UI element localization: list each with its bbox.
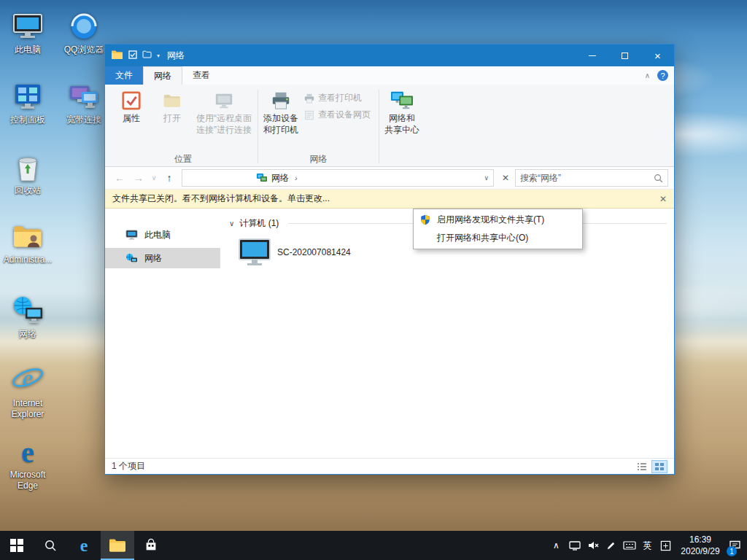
computer-item-label: SC-202007081424	[277, 247, 351, 257]
taskbar-search-button[interactable]	[34, 531, 67, 560]
action-center-button[interactable]: 1	[726, 531, 744, 560]
search-input[interactable]	[516, 173, 654, 183]
close-button[interactable]: ×	[641, 44, 674, 66]
maximize-button[interactable]	[608, 44, 641, 66]
qat-dropdown-icon[interactable]: ▾	[157, 52, 160, 59]
menu-item-enable-discovery[interactable]: 启用网络发现和文件共享(T)	[415, 211, 581, 229]
notification-close-icon[interactable]: ✕	[659, 194, 667, 204]
up-button[interactable]: ↑	[160, 172, 178, 184]
search-box	[515, 169, 668, 187]
large-icons-view-button[interactable]	[651, 460, 667, 473]
explorer-window: ▾ 网络 × 文件 网络 查看 ∧ ? 属性	[104, 44, 675, 475]
main-area: 此电脑 网络 ∨ 计算机 (1) SC-202007081424	[105, 209, 674, 458]
open-icon	[162, 90, 182, 111]
view-printers-button[interactable]: 查看打印机	[301, 90, 368, 106]
internet-explorer-icon: e	[0, 361, 55, 396]
ribbon-group-sharing-center: 网络和 共享中心	[382, 86, 422, 166]
recycle-bin-icon	[0, 148, 55, 183]
tab-network[interactable]: 网络	[143, 66, 182, 85]
recent-locations-dropdown-icon[interactable]: ∨	[149, 174, 159, 182]
desktop-icon-control-panel[interactable]: 控制面板	[0, 77, 55, 125]
collapse-ribbon-icon[interactable]: ∧	[645, 71, 650, 79]
network-icon	[0, 292, 55, 327]
desktop-icon-label: 网络	[0, 329, 55, 340]
network-sharing-center-button[interactable]: 网络和 共享中心	[382, 88, 422, 138]
collapse-group-icon[interactable]: ∨	[229, 219, 234, 228]
stop-button[interactable]: ✕	[498, 173, 514, 183]
window-title: 网络	[167, 50, 185, 62]
desktop-icon-label: Administra...	[0, 254, 55, 265]
taskbar: e ∧ 英	[0, 531, 747, 560]
desktop-icon-recycle-bin[interactable]: 回收站	[0, 148, 55, 196]
svg-text:e: e	[23, 365, 33, 391]
broadband-icon	[56, 77, 112, 112]
tab-view[interactable]: 查看	[182, 66, 220, 85]
taskbar-store-button[interactable]	[134, 531, 168, 560]
qat-properties-icon[interactable]	[128, 50, 137, 61]
menu-item-open-sharing-center[interactable]: 打开网络和共享中心(O)	[415, 229, 581, 247]
tray-ime-toolbar-icon[interactable]	[657, 531, 675, 560]
help-icon[interactable]: ?	[657, 70, 668, 81]
computer-item[interactable]: SC-202007081424	[235, 236, 417, 269]
this-pc-small-icon	[125, 230, 138, 241]
ribbon-group-network: 添加设备 和打印机 查看打印机 查看设备网页	[260, 86, 376, 166]
notification-bar[interactable]: 文件共享已关闭。看不到网络计算机和设备。单击更改... ✕	[105, 190, 674, 209]
uac-shield-icon	[419, 214, 432, 225]
administrator-folder-icon	[0, 217, 55, 252]
qat-new-folder-icon[interactable]	[142, 50, 152, 61]
printer-icon	[271, 90, 291, 111]
breadcrumb-chevron-icon[interactable]: ›	[295, 174, 298, 182]
ribbon-tabs: 文件 网络 查看 ∧ ?	[105, 66, 674, 85]
tray-clock[interactable]: 16:39 2020/9/29	[675, 534, 726, 557]
desktop-icon-qq-browser[interactable]: QQ浏览器	[56, 7, 112, 55]
desktop-icon-label: Internet Explorer	[0, 398, 55, 420]
ribbon-group-label-network: 网络	[260, 152, 376, 166]
address-dropdown-icon[interactable]: ∨	[484, 174, 489, 182]
desktop-icon-microsoft-edge[interactable]: e Microsoft Edge	[0, 432, 55, 491]
view-device-webpage-button[interactable]: 查看设备网页	[301, 106, 376, 123]
desktop-icon-administrator-folder[interactable]: Administra...	[0, 217, 55, 265]
desktop-icon-label: 回收站	[0, 185, 55, 196]
desktop-icon-broadband[interactable]: 宽带连接	[56, 77, 112, 125]
taskbar-edge-button[interactable]: e	[67, 531, 101, 560]
address-toolbar: ← → ∨ ↑ 网络 › ∨ ✕	[105, 167, 674, 190]
explorer-window-icon	[111, 50, 123, 62]
breadcrumb-network[interactable]: 网络	[271, 172, 289, 184]
add-devices-printers-button[interactable]: 添加设备 和打印机	[260, 88, 301, 138]
notification-badge: 1	[727, 546, 737, 556]
details-view-button[interactable]	[634, 460, 650, 473]
tray-volume-muted-icon[interactable]	[584, 531, 602, 560]
back-button[interactable]: ←	[111, 172, 128, 184]
desktop-icon-label: Microsoft Edge	[0, 470, 55, 491]
nav-item-this-pc[interactable]: 此电脑	[105, 225, 220, 245]
tray-date: 2020/9/29	[675, 545, 726, 557]
titlebar[interactable]: ▾ 网络 ×	[105, 44, 674, 66]
view-device-webpage-icon	[304, 110, 314, 120]
group-header-label: 计算机 (1)	[239, 217, 279, 230]
tray-network-icon[interactable]	[565, 531, 584, 560]
computer-item-icon	[238, 238, 271, 267]
desktop-icon-this-pc[interactable]: 此电脑	[0, 7, 55, 55]
properties-icon	[121, 90, 142, 111]
tray-touch-keyboard-icon[interactable]	[620, 531, 638, 560]
forward-button[interactable]: →	[130, 172, 147, 184]
remote-desktop-button[interactable]: 使用“远程桌面 连接”进行连接	[193, 88, 255, 138]
tray-ime-language-indicator[interactable]: 英	[638, 531, 657, 560]
ribbon: 属性 打开 使用“远程桌面 连接”进行连接 位置	[105, 85, 674, 167]
desktop-icon-internet-explorer[interactable]: e Internet Explorer	[0, 361, 55, 420]
tray-pen-icon[interactable]	[602, 531, 620, 560]
open-button[interactable]: 打开	[152, 88, 193, 127]
minimize-button[interactable]	[576, 44, 608, 66]
tab-file[interactable]: 文件	[105, 66, 143, 85]
nav-item-network[interactable]: 网络	[105, 248, 220, 268]
qq-browser-icon	[56, 7, 112, 42]
desktop-icon-network[interactable]: 网络	[0, 292, 55, 340]
address-bar[interactable]: 网络 › ∨	[182, 169, 494, 187]
store-icon	[144, 538, 158, 553]
start-button[interactable]	[0, 531, 34, 560]
ribbon-group-label-location: 位置	[111, 152, 255, 166]
properties-button[interactable]: 属性	[111, 88, 152, 127]
tray-hidden-icons-chevron[interactable]: ∧	[547, 531, 565, 560]
taskbar-explorer-button[interactable]	[101, 531, 134, 560]
desktop-icon-label: 此电脑	[0, 44, 55, 55]
